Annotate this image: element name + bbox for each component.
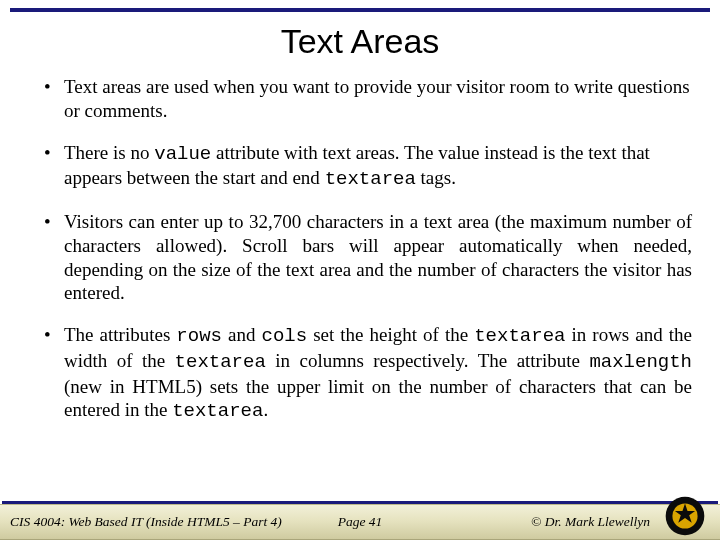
bullet-list: Text areas are used when you want to pro… [44,75,692,424]
bullet-text: . [263,399,268,420]
footer-page: Page 41 [338,514,383,530]
bullet-text: set the height of the [307,324,474,345]
footer: CIS 4004: Web Based IT (Inside HTML5 – P… [0,501,720,540]
code-textarea: textarea [474,325,565,347]
bullet-text: The attributes [64,324,176,345]
code-rows: rows [176,325,222,347]
bullet-item: There is no value attribute with text ar… [44,141,692,193]
footer-course: CIS 4004: Web Based IT (Inside HTML5 – P… [10,514,282,530]
code-maxlength: maxlength [589,351,692,373]
footer-copyright: © Dr. Mark Llewellyn [531,514,650,530]
bullet-item: Text areas are used when you want to pro… [44,75,692,123]
bullet-item: The attributes rows and cols set the hei… [44,323,692,424]
bullet-text: and [222,324,262,345]
slide-content: Text areas are used when you want to pro… [0,75,720,540]
ucf-logo-icon [664,495,706,537]
footer-bar: CIS 4004: Web Based IT (Inside HTML5 – P… [0,504,720,540]
code-value: value [154,143,211,165]
top-divider [10,8,710,12]
bullet-text: tags. [416,167,456,188]
code-textarea: textarea [325,168,416,190]
slide: Text Areas Text areas are used when you … [0,0,720,540]
bullet-text: in columns respectively. The attribute [266,350,590,371]
bullet-text: Visitors can enter up to 32,700 characte… [64,211,692,303]
code-cols: cols [261,325,307,347]
code-textarea: textarea [172,400,263,422]
slide-title: Text Areas [0,22,720,61]
code-textarea: textarea [175,351,266,373]
bullet-item: Visitors can enter up to 32,700 characte… [44,210,692,305]
bullet-text: There is no [64,142,154,163]
bullet-text: Text areas are used when you want to pro… [64,76,690,121]
bullet-text: (new in HTML5) sets the upper limit on t… [64,376,692,421]
